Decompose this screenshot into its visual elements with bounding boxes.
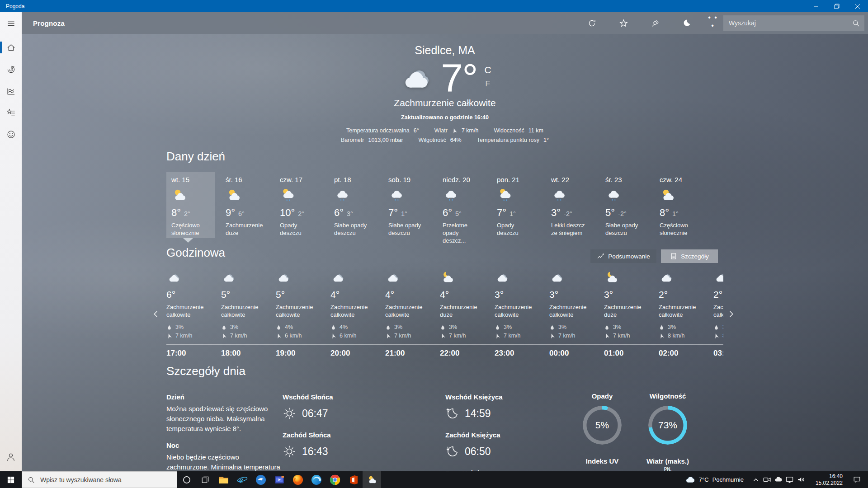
weather-icon: [551, 187, 567, 203]
hourly-scroll-right-button[interactable]: [724, 306, 738, 322]
onedrive-cloud-icon: [774, 475, 783, 484]
day-card[interactable]: sob. 19 7°1° Słabe opady deszczu: [383, 172, 432, 238]
day-label: sob. 19: [388, 176, 432, 183]
notification-bubble-icon: [853, 475, 861, 484]
sidebar-item-feedback[interactable]: [0, 123, 22, 145]
hour-temp: 2°: [659, 289, 713, 300]
day-condition: Częściowo słonecznie: [660, 222, 703, 237]
restore-button[interactable]: [826, 0, 847, 12]
current-temperature: 7°: [441, 58, 477, 99]
day-label: wt. 15: [171, 176, 215, 183]
speaker-icon: [797, 475, 805, 484]
hamburger-menu-button[interactable]: [0, 12, 22, 34]
taskbar-app-firefox[interactable]: [288, 471, 307, 488]
taskbar-app-weather[interactable]: [363, 471, 381, 488]
more-button[interactable]: • • •: [703, 12, 723, 34]
wind-value: 7 km/h: [613, 333, 630, 339]
taskbar-search-input[interactable]: [39, 476, 171, 484]
weather-icon: [713, 270, 723, 285]
tray-meet-now-button[interactable]: [761, 475, 773, 484]
tray-clock[interactable]: 16:40 15.02.2022: [810, 473, 843, 487]
taskbar-app-bird[interactable]: [251, 471, 270, 488]
refresh-button[interactable]: [576, 12, 608, 34]
star-icon: [619, 19, 628, 28]
taskbar-app-office[interactable]: [344, 471, 363, 488]
day-card[interactable]: pon. 21 7°1° Opady deszczu: [492, 172, 540, 238]
start-button[interactable]: [0, 471, 22, 488]
chart-icon: [597, 253, 604, 260]
tray-show-hidden-icons-button[interactable]: [750, 476, 761, 484]
divider: [561, 387, 718, 387]
app-search-box[interactable]: [723, 15, 864, 31]
hour-time: 23:00: [495, 349, 514, 358]
file-explorer-icon: [218, 474, 229, 485]
hour-condition: Zachmurzenie całkowite: [549, 303, 595, 320]
tray-onedrive-button[interactable]: [773, 475, 784, 484]
minimize-icon: [813, 4, 819, 9]
humidity-gauge-label: Wilgotność: [645, 392, 690, 400]
taskbar-app-internet-explorer[interactable]: [233, 471, 251, 488]
high-temp: 9°: [226, 207, 235, 219]
network-icon: [785, 475, 794, 484]
wind-direction-icon: [166, 333, 172, 339]
hour-item: 3° Zachmurzenie całkowite 3% 7 km/h 00:0…: [549, 270, 604, 360]
hourly-scroll-left-button[interactable]: [149, 306, 163, 322]
precip-drop-icon: [440, 324, 446, 330]
sidebar-item-favorites[interactable]: [0, 102, 22, 123]
day-condition: Opady deszczu: [497, 222, 540, 237]
taskbar-app-movies-tv[interactable]: [270, 471, 288, 488]
dark-mode-button[interactable]: [671, 12, 703, 34]
taskbar-app-edge[interactable]: [307, 471, 326, 488]
day-card[interactable]: pt. 18 6°3° Słabe opady deszczu: [329, 172, 377, 238]
summary-button[interactable]: Podsumowanie: [590, 249, 656, 263]
taskbar-search-box[interactable]: [22, 471, 177, 488]
details-button[interactable]: Szczegóły: [661, 249, 718, 263]
detail-label: Temperatura punktu rosy: [477, 137, 539, 143]
app-search-input[interactable]: [728, 19, 852, 27]
task-view-icon: [201, 476, 209, 484]
night-summary-text: Niebo będzie częściowo zachmurzone. Mini…: [166, 452, 283, 471]
taskbar-app-chrome[interactable]: [326, 471, 344, 488]
unit-celsius-toggle[interactable]: C: [484, 65, 491, 75]
sidebar-item-forecast[interactable]: [0, 37, 22, 58]
search-icon[interactable]: [852, 19, 860, 27]
cortana-button[interactable]: [177, 471, 196, 488]
hour-time: 00:00: [549, 349, 569, 358]
weather-icon: [226, 187, 242, 203]
minimize-button[interactable]: [806, 0, 826, 12]
day-card[interactable]: niedz. 20 6°5° Przelotne opady deszcz...: [438, 172, 486, 238]
day-card[interactable]: śr. 23 5°-2° Słabe opady deszczu: [600, 172, 649, 238]
task-view-button[interactable]: [196, 471, 214, 488]
sidebar-item-maps[interactable]: [0, 58, 22, 80]
sidebar-item-history[interactable]: [0, 80, 22, 102]
day-card[interactable]: czw. 17 10°2° Opady deszczu: [275, 172, 323, 238]
weather-icon: [497, 187, 513, 203]
hourly-forecast-strip[interactable]: 6° Zachmurzenie całkowite 3% 7 km/h 17:0…: [166, 270, 723, 360]
day-card[interactable]: wt. 15 8°2° Częściowo słonecznie: [166, 172, 215, 238]
hour-item: 4° Zachmurzenie duże 3% 7 km/h 22:00: [440, 270, 495, 360]
tray-volume-button[interactable]: [795, 475, 807, 484]
search-icon: [28, 476, 35, 483]
low-temp: 6°: [238, 210, 245, 217]
favorite-button[interactable]: [608, 12, 639, 34]
weather-icon: [440, 270, 455, 285]
unit-fahrenheit-toggle[interactable]: F: [484, 80, 490, 89]
sunset-icon: [283, 445, 296, 458]
day-card[interactable]: wt. 22 3°-2° Lekki deszcz ze śniegiem: [546, 172, 594, 238]
close-button[interactable]: [847, 0, 868, 12]
precip-value: 3%: [722, 324, 723, 330]
hour-time: 02:00: [659, 349, 678, 358]
edge-icon: [311, 474, 322, 485]
divider: [166, 387, 274, 387]
tray-network-button[interactable]: [784, 475, 795, 484]
pin-button[interactable]: [639, 12, 671, 34]
day-card[interactable]: czw. 24 8°1° Częściowo słonecznie: [655, 172, 703, 238]
precip-drop-icon: [221, 324, 227, 330]
day-card[interactable]: śr. 16 9°6° Zachmurzenie duże: [221, 172, 269, 238]
action-center-button[interactable]: [847, 475, 866, 484]
tray-weather-widget[interactable]: 7°C Pochmurnie: [685, 475, 744, 485]
taskbar-app-file-explorer[interactable]: [214, 471, 233, 488]
low-temp: 2°: [184, 210, 190, 217]
precip-value: 3%: [558, 324, 566, 330]
account-button[interactable]: [0, 446, 22, 468]
